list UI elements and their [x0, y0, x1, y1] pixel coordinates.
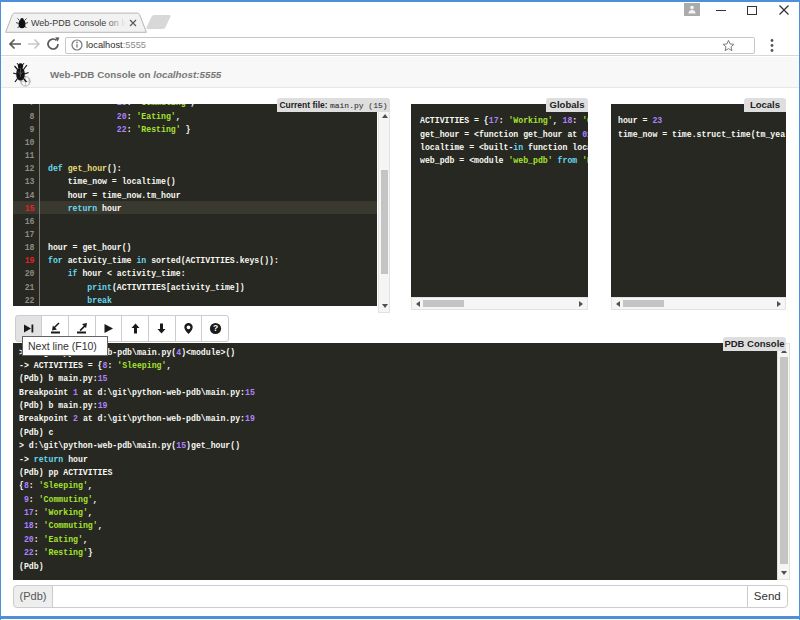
- svg-text:?: ?: [213, 323, 218, 333]
